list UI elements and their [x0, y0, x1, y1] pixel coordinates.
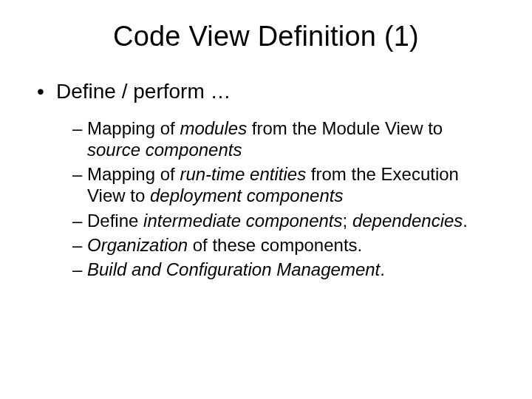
- text-run: Define: [87, 211, 143, 231]
- sub-list: – Mapping of modules from the Module Vie…: [37, 117, 495, 281]
- text-run: Mapping of: [87, 164, 180, 184]
- text-run: of these components.: [188, 235, 362, 255]
- italic-run: Build and Configuration Management: [87, 259, 380, 279]
- italic-run: modules: [180, 118, 247, 138]
- list-item-text: Build and Configuration Management.: [87, 259, 385, 280]
- dash-icon: –: [72, 234, 87, 256]
- dash-icon: –: [72, 210, 87, 231]
- italic-run: Organization: [87, 235, 188, 255]
- slide-body: • Define / perform … – Mapping of module…: [0, 52, 532, 280]
- list-item-text: Mapping of modules from the Module View …: [87, 117, 471, 161]
- list-item: – Mapping of run-time entities from the …: [72, 163, 495, 207]
- italic-run: deployment components: [150, 185, 344, 205]
- list-item-text: Organization of these components.: [87, 234, 362, 256]
- bullet-icon: •: [37, 79, 56, 104]
- text-run: from the Module View to: [247, 118, 443, 138]
- text-run: ;: [343, 211, 352, 231]
- dash-icon: –: [72, 117, 87, 139]
- italic-run: intermediate components: [143, 211, 342, 231]
- dash-icon: –: [72, 163, 87, 185]
- slide-title: Code View Definition (1): [0, 0, 532, 52]
- list-item: – Organization of these components.: [72, 234, 495, 256]
- dash-icon: –: [72, 259, 87, 280]
- list-item: – Build and Configuration Management.: [72, 259, 495, 280]
- italic-run: run-time entities: [180, 164, 306, 184]
- text-run: .: [463, 211, 468, 231]
- list-item-text: Mapping of run-time entities from the Ex…: [87, 163, 471, 207]
- list-item: – Define intermediate components; depend…: [72, 210, 495, 231]
- italic-run: dependencies: [352, 211, 463, 231]
- text-run: Mapping of: [87, 118, 180, 138]
- list-item: – Mapping of modules from the Module Vie…: [72, 117, 495, 161]
- slide: Code View Definition (1) • Define / perf…: [0, 0, 532, 399]
- list-item-text: Define intermediate components; dependen…: [87, 210, 468, 231]
- list-item-text: Define / perform …: [56, 79, 231, 104]
- text-run: .: [380, 259, 385, 279]
- list-item: • Define / perform …: [37, 79, 495, 104]
- italic-run: source components: [87, 140, 242, 160]
